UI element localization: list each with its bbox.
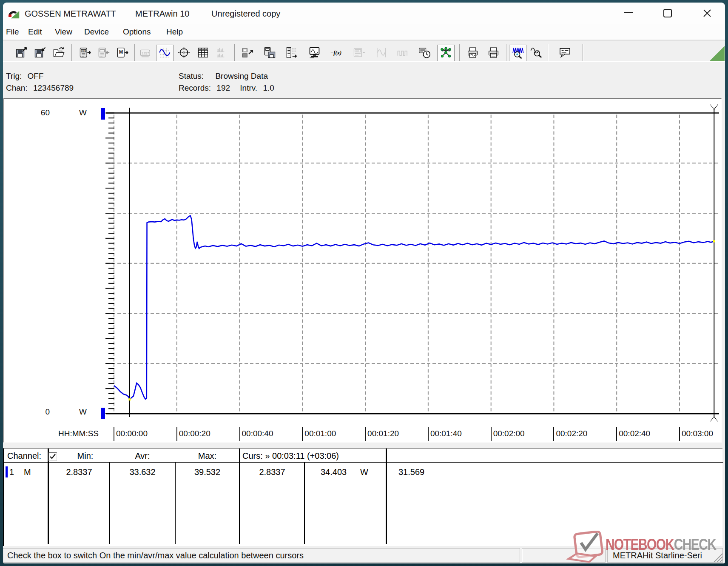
print-preview-icon bbox=[466, 46, 479, 60]
save-export-button[interactable] bbox=[13, 45, 30, 62]
maximize-button[interactable] bbox=[663, 9, 672, 17]
formula-button[interactable]: =f(x) bbox=[328, 45, 345, 62]
table-divider bbox=[304, 463, 305, 544]
cursor2-unit: W bbox=[360, 467, 368, 477]
monitor-button[interactable] bbox=[306, 45, 323, 62]
minmax-checkbox[interactable] bbox=[48, 452, 57, 461]
toolbar-separator bbox=[548, 44, 549, 61]
x-tick-mark bbox=[176, 427, 177, 441]
clock-record-icon bbox=[418, 46, 431, 60]
register-list-button[interactable] bbox=[283, 45, 301, 62]
x-tick-mark bbox=[616, 427, 617, 441]
svg-text:=f(x): =f(x) bbox=[330, 50, 341, 56]
chart-plot bbox=[4, 99, 721, 442]
resize-grip[interactable] bbox=[713, 553, 723, 562]
table-view-icon bbox=[197, 46, 209, 60]
table-divider bbox=[48, 449, 49, 544]
zoom-out-button[interactable] bbox=[527, 45, 545, 62]
config-export-button[interactable] bbox=[239, 45, 256, 62]
resize-corner-triangle-icon bbox=[708, 46, 725, 62]
menu-edit[interactable]: Edit bbox=[28, 27, 42, 37]
minimize-button[interactable] bbox=[624, 12, 633, 13]
intrv-value: 1.0 bbox=[263, 83, 274, 92]
monitor-icon bbox=[308, 46, 321, 60]
tip-button[interactable] bbox=[556, 45, 574, 62]
y-axis-max-label: 60 bbox=[24, 108, 50, 117]
print-button[interactable] bbox=[485, 45, 502, 62]
svg-text:321: 321 bbox=[82, 50, 85, 52]
close-button[interactable] bbox=[703, 9, 711, 17]
save-export-icon bbox=[15, 46, 28, 60]
avr-value: 33.632 bbox=[110, 467, 175, 477]
table-header-max: Max: bbox=[176, 451, 239, 461]
live-monitor-button[interactable] bbox=[437, 45, 455, 62]
clock-record-button[interactable] bbox=[416, 45, 433, 62]
table-view-button[interactable] bbox=[194, 45, 212, 62]
memory-read-icon: M bbox=[117, 46, 129, 60]
zoom-out-icon bbox=[530, 46, 542, 60]
menu-options[interactable]: Options bbox=[123, 27, 151, 37]
y-axis-min-label: 0 bbox=[24, 407, 50, 417]
zoom-wave-button[interactable] bbox=[509, 45, 526, 62]
chart-view-button[interactable] bbox=[156, 45, 173, 62]
table-header-cursor: Curs: » 00:03:11 (+03:06) bbox=[242, 451, 339, 461]
wave-ac-icon bbox=[375, 46, 387, 60]
x-tick-mark bbox=[679, 427, 680, 441]
device-read-button[interactable]: 321 bbox=[77, 45, 94, 62]
menu-file[interactable]: File bbox=[6, 27, 19, 37]
toolbar-separator bbox=[583, 44, 583, 61]
x-tick-mark bbox=[428, 427, 429, 441]
menu-view[interactable]: View bbox=[55, 27, 72, 37]
channel-id: 1 bbox=[9, 467, 14, 477]
config-export-icon bbox=[242, 46, 254, 60]
print-icon bbox=[487, 46, 500, 60]
crosshair-button[interactable] bbox=[175, 45, 193, 62]
measurement-table: Channel: Min: Avr: Max: Curs: » 00:03:11… bbox=[3, 448, 722, 546]
memory-read-button[interactable]: M bbox=[114, 45, 131, 62]
svg-text:321: 321 bbox=[355, 50, 359, 52]
toolbar-separator bbox=[71, 44, 72, 61]
chart-cursors bbox=[130, 104, 718, 421]
records-value: 192 bbox=[216, 83, 230, 92]
x-tick-label: 00:00:20 bbox=[179, 429, 210, 438]
table-divider bbox=[239, 449, 240, 544]
x-axis-caption: HH:MM:SS bbox=[47, 429, 99, 438]
app-title: METRAwin 10 bbox=[135, 9, 189, 19]
save-import-button[interactable] bbox=[31, 45, 49, 62]
toolbar-separator bbox=[459, 44, 460, 61]
menu-device[interactable]: Device bbox=[84, 27, 109, 37]
app-window: GOSSEN METRAWATT METRAwin 10 Unregistere… bbox=[3, 3, 725, 563]
toolbar: 321M1257=f(x)321 bbox=[3, 40, 725, 61]
print-preview-button[interactable] bbox=[464, 45, 481, 62]
numeric-display-icon: 1257 bbox=[139, 46, 152, 60]
table-header-line bbox=[4, 462, 723, 463]
menubar: File Edit View Device Options Help bbox=[3, 24, 725, 40]
x-tick-label: 00:02:00 bbox=[493, 429, 525, 438]
svg-text:1257: 1257 bbox=[142, 51, 149, 55]
min-value: 2.8337 bbox=[49, 467, 109, 477]
x-tick-mark bbox=[239, 427, 240, 441]
x-tick-label: 00:00:00 bbox=[116, 429, 148, 438]
cursor-intersection-markers bbox=[128, 240, 715, 400]
trig-label: Trig: bbox=[6, 71, 22, 80]
x-tick-label: 00:02:40 bbox=[619, 429, 650, 438]
config-save-button[interactable] bbox=[261, 45, 279, 62]
license-title: Unregistered copy bbox=[211, 9, 280, 19]
statusbar-hint: Check the box to switch On the min/avr/m… bbox=[3, 548, 520, 563]
x-tick-mark bbox=[553, 427, 554, 441]
status-label: Status: bbox=[179, 71, 204, 80]
trig-value: OFF bbox=[28, 71, 44, 80]
open-file-icon bbox=[53, 46, 65, 60]
table-header-min: Min: bbox=[61, 451, 109, 461]
intrv-label: Intrv. bbox=[240, 83, 257, 92]
menu-help[interactable]: Help bbox=[166, 27, 183, 37]
formula-icon: =f(x) bbox=[330, 46, 343, 60]
x-tick-label: 00:02:20 bbox=[556, 429, 587, 438]
bar-graph-icon bbox=[216, 46, 228, 60]
x-tick-mark bbox=[114, 427, 114, 441]
x-tick-label: 00:01:40 bbox=[430, 429, 462, 438]
open-file-button[interactable] bbox=[50, 45, 68, 62]
wave-ac-button bbox=[373, 45, 390, 62]
tip-icon bbox=[559, 46, 571, 60]
extra-value: 31.569 bbox=[398, 467, 424, 477]
